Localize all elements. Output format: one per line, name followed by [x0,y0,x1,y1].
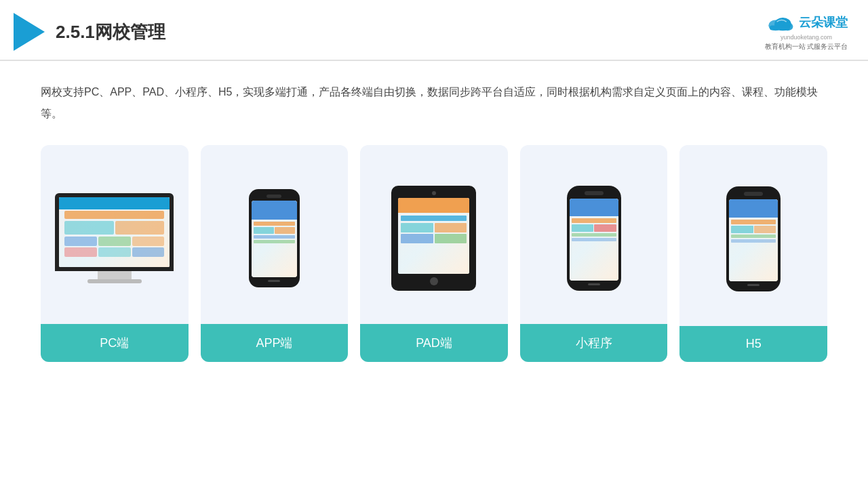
phone-notch3 [744,192,763,196]
card-pad: PAD端 [360,145,508,362]
h5-phone-screen [729,199,778,281]
card-miniapp: 小程序 [520,145,668,362]
monitor-screen [59,197,170,267]
brand-tagline: 教育机构一站 [765,42,806,52]
app-phone-icon [249,189,300,287]
phone-home2 [588,283,600,285]
tablet-camera [432,191,436,195]
card-pc-label: PC端 [41,324,189,362]
card-pc: PC端 [41,145,189,362]
monitor-frame [55,193,174,271]
card-miniapp-image-area [520,145,668,324]
svg-rect-3 [770,25,790,30]
card-pc-image-area [41,145,189,324]
card-h5: H5 [679,145,827,362]
card-h5-image-area [679,145,827,326]
tablet-screen [398,198,469,274]
main-content: 网校支持PC、APP、PAD、小程序、H5，实现多端打通，产品各终端自由切换，数… [0,61,868,375]
card-app-image-area [201,145,349,324]
phone-notch [267,195,281,198]
monitor-base [87,279,142,283]
brand-tagline2: 式服务云平台 [807,42,848,52]
header: 2.5.1网校管理 云朵课堂 yunduoketang.com 教育机构一站 式… [0,0,868,61]
header-left: 2.5.1网校管理 [14,13,165,51]
miniapp-phone-icon [567,186,621,291]
card-miniapp-label: 小程序 [520,324,668,362]
brand-area: 云朵课堂 yunduoketang.com 教育机构一站 式服务云平台 [765,12,848,52]
card-app: APP端 [201,145,349,362]
brand-logo: 云朵课堂 [765,12,848,33]
card-h5-label: H5 [679,326,827,362]
card-pad-image-area [360,145,508,324]
phone-home-indicator [268,280,280,282]
h5-phone-icon [726,186,781,291]
phone-notch2 [585,191,604,195]
phone-screen [252,201,297,277]
brand-url: yunduoketang.com [781,34,832,41]
cloud-icon [765,12,795,33]
description-text: 网校支持PC、APP、PAD、小程序、H5，实现多端打通，产品各终端自由切换，数… [41,81,827,125]
brand-name: 云朵课堂 [799,14,848,30]
miniapp-phone-screen [570,199,618,281]
phone-home3 [747,284,760,286]
page-title: 2.5.1网校管理 [56,20,165,44]
monitor-stand [98,271,132,279]
pad-tablet-icon [391,186,476,291]
tablet-home-button [430,277,438,285]
logo-triangle-icon [14,13,45,51]
pc-monitor-icon [55,193,174,283]
card-pad-label: PAD端 [360,324,508,362]
cards-container: PC端 [41,145,827,362]
card-app-label: APP端 [201,324,349,362]
